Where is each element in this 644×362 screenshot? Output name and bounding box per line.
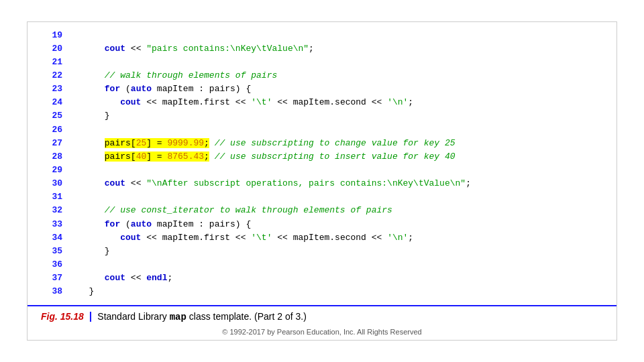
copyright: © 1992-2017 by Pearson Education, Inc. A… <box>28 325 616 340</box>
caption-code: map <box>170 312 186 322</box>
code-line: 32 // use const_iterator to walk through… <box>41 204 603 217</box>
code-line: 22 // walk through elements of pairs <box>41 69 603 82</box>
caption-divider: | <box>89 310 92 322</box>
code-line: 24 cout << mapItem.first << '\t' << mapI… <box>41 96 603 109</box>
slide-container: 19 20 cout << "pairs contains:\nKey\tVal… <box>27 21 617 341</box>
code-line: 37 cout << endl; <box>41 272 603 285</box>
caption-fig: Fig. 15.18 <box>41 311 84 322</box>
code-line: 35 } <box>41 245 603 258</box>
code-line: 36 <box>41 258 603 272</box>
code-line: 19 <box>41 29 603 42</box>
caption-bar: Fig. 15.18 | Standard Library map class … <box>28 305 616 325</box>
code-line: 31 <box>41 190 603 204</box>
code-line: 29 <box>41 164 603 177</box>
code-line: 20 cout << "pairs contains:\nKey\tValue\… <box>41 42 603 56</box>
code-area: 19 20 cout << "pairs contains:\nKey\tVal… <box>28 22 616 306</box>
code-line: 27 pairs[25] = 9999.99; // use subscript… <box>41 137 603 150</box>
code-line: 21 <box>41 56 603 69</box>
code-line: 30 cout << "\nAfter subscript operations… <box>41 177 603 190</box>
caption-text: Standard Library map class template. (Pa… <box>97 311 307 322</box>
code-line: 38 } <box>41 285 603 298</box>
code-line: 34 cout << mapItem.first << '\t' << mapI… <box>41 231 603 245</box>
code-line: 23 for (auto mapItem : pairs) { <box>41 82 603 96</box>
code-line: 25 } <box>41 109 603 123</box>
code-line: 33 for (auto mapItem : pairs) { <box>41 218 603 231</box>
code-line: 26 <box>41 123 603 137</box>
code-line: 28 pairs[40] = 8765.43; // use subscript… <box>41 150 603 164</box>
